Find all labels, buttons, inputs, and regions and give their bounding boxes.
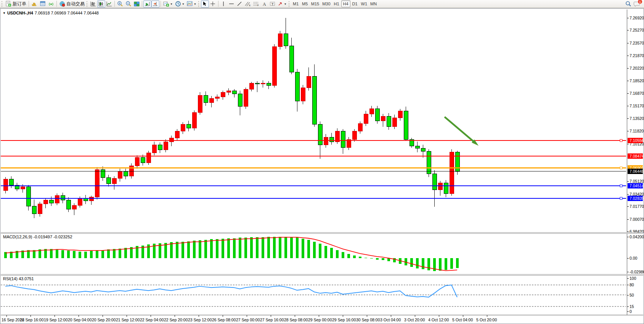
notifications-button[interactable]: 1 bbox=[634, 1, 640, 7]
trendline-icon bbox=[237, 1, 242, 6]
horizontal-line-button[interactable] bbox=[228, 0, 236, 8]
autotrading-button[interactable]: 自动交易 bbox=[58, 0, 86, 8]
timeframe-w1-button[interactable]: W1 bbox=[360, 0, 369, 7]
line-chart-icon bbox=[106, 1, 112, 7]
date-label[interactable]: 5 Oct 04:00 bbox=[452, 318, 473, 322]
zoom-out-button[interactable] bbox=[124, 0, 133, 8]
rsi-chart bbox=[1, 276, 626, 315]
toolbar-grip[interactable] bbox=[289, 1, 290, 7]
timeframe-m5-button[interactable]: M5 bbox=[300, 0, 310, 7]
timeframe-d1-button[interactable]: D1 bbox=[350, 0, 360, 7]
rsi-axis[interactable]: 1008050150 bbox=[627, 276, 643, 315]
date-label[interactable]: 22 Sep 04:00 bbox=[140, 318, 164, 322]
templates-button[interactable]: ▼ bbox=[186, 0, 198, 8]
date-label[interactable]: 30 Sep 08:00 bbox=[356, 318, 380, 322]
price-line-label: 7.04514 bbox=[628, 183, 643, 188]
navigator-button[interactable] bbox=[47, 0, 55, 8]
date-tick bbox=[151, 315, 151, 317]
equidistant-channel-button[interactable]: E bbox=[244, 0, 252, 8]
text-button[interactable]: A bbox=[260, 0, 268, 8]
date-tick bbox=[487, 315, 487, 317]
text-label-button[interactable]: T bbox=[268, 0, 276, 8]
date-label[interactable]: 26 Sep 08:00 bbox=[212, 318, 236, 322]
price-axis[interactable]: 7.269207.252707.235707.218707.202207.185… bbox=[627, 10, 643, 232]
date-label[interactable]: 29 Sep 00:00 bbox=[308, 318, 332, 322]
tile-windows-button[interactable] bbox=[133, 0, 141, 8]
channel-icon: E bbox=[245, 1, 251, 6]
date-label[interactable]: 27 Sep 16:00 bbox=[260, 318, 284, 322]
toolbar-grip[interactable] bbox=[2, 1, 3, 7]
candlestick-chart-button[interactable] bbox=[97, 0, 105, 8]
svg-text:E: E bbox=[249, 4, 251, 6]
date-label[interactable]: 29 Sep 16:00 bbox=[332, 318, 356, 322]
indicators-button[interactable]: ▼ bbox=[162, 0, 174, 8]
new-order-button[interactable]: 新订单 bbox=[4, 0, 27, 8]
date-tick bbox=[343, 315, 343, 317]
date-label[interactable]: 3 Oct 04:00 bbox=[380, 318, 401, 322]
date-label[interactable]: 4 Oct 12:00 bbox=[428, 318, 449, 322]
date-label[interactable]: 21 Sep 12:00 bbox=[116, 318, 140, 322]
date-label[interactable]: 28 Sep 08:00 bbox=[284, 318, 308, 322]
toolbar-grip[interactable] bbox=[198, 1, 199, 7]
price-tick bbox=[627, 68, 629, 69]
date-label[interactable]: 23 Sep 12:00 bbox=[188, 318, 212, 322]
line-chart-button[interactable] bbox=[105, 0, 113, 8]
price-tick bbox=[627, 43, 629, 43]
vertical-line-button[interactable] bbox=[220, 0, 228, 8]
timeframe-m15-button[interactable]: M15 bbox=[310, 0, 321, 7]
macd-tick bbox=[627, 272, 629, 272]
price-tick-label: 7.23570 bbox=[630, 41, 644, 45]
price-tick-label: 7.18520 bbox=[630, 78, 644, 83]
price-pane[interactable]: ▼ USDCNH-,H4 7.06918 7.06969 7.06444 7.0… bbox=[1, 10, 643, 232]
data-window-icon bbox=[40, 1, 46, 7]
date-label[interactable]: 20 Sep 20:00 bbox=[92, 318, 116, 322]
timeframe-mn-button[interactable]: MN bbox=[369, 0, 378, 7]
rsi-pane[interactable]: RSI(14) 43.0751 1008050150 bbox=[1, 276, 643, 315]
price-line-label: 7.02839 bbox=[628, 196, 643, 201]
price-tick bbox=[627, 131, 629, 131]
timeframe-m1-button[interactable]: M1 bbox=[291, 0, 300, 7]
chart-shift-button[interactable] bbox=[151, 0, 159, 8]
chevron-down-icon[interactable]: ▼ bbox=[3, 11, 6, 15]
macd-pane[interactable]: MACD(12,26,9) -0.019497 -0.023252 0.0420… bbox=[1, 234, 643, 274]
price-tick-label: 7.20220 bbox=[630, 66, 644, 70]
rsi-tick-label: 0 bbox=[630, 309, 632, 314]
date-label[interactable]: 3 Oct 20:00 bbox=[404, 318, 425, 322]
macd-axis[interactable]: 0.0420010.00-0.029864 bbox=[627, 234, 643, 274]
search-icon[interactable] bbox=[625, 1, 631, 7]
date-label[interactable]: 27 Sep 00:00 bbox=[236, 318, 260, 322]
autotrading-icon bbox=[59, 1, 65, 7]
text-label-icon: T bbox=[270, 1, 275, 6]
chart-shift-icon bbox=[153, 1, 158, 7]
date-label[interactable]: 20 Sep 04:00 bbox=[68, 318, 92, 322]
fibonacci-button[interactable]: F bbox=[252, 0, 260, 8]
macd-chart bbox=[1, 234, 626, 274]
arrows-button[interactable]: ▼ bbox=[276, 0, 288, 8]
crosshair-button[interactable] bbox=[209, 0, 217, 8]
price-tick-label: 7.26920 bbox=[630, 16, 644, 20]
price-tick bbox=[627, 194, 629, 195]
timeframe-m30-button[interactable]: M30 bbox=[321, 0, 332, 7]
data-window-button[interactable] bbox=[39, 0, 47, 8]
date-label[interactable]: 16 Sep 16:00 bbox=[20, 318, 43, 322]
timeframe-h4-button[interactable]: H4 bbox=[341, 0, 350, 7]
price-tick-label: 7.25270 bbox=[630, 28, 644, 32]
timeframe-h1-button[interactable]: H1 bbox=[332, 0, 341, 7]
auto-scroll-button[interactable] bbox=[143, 0, 151, 8]
bar-chart-button[interactable] bbox=[89, 0, 97, 8]
time-axis[interactable]: 16 Sep 202216 Sep 16:0019 Sep 12:0020 Se… bbox=[1, 315, 643, 323]
zoom-in-button[interactable] bbox=[116, 0, 124, 8]
periods-button[interactable]: ▼ bbox=[174, 0, 186, 8]
price-tick-label: 7.21870 bbox=[630, 53, 644, 58]
date-tick bbox=[6, 315, 7, 317]
cursor-button[interactable] bbox=[201, 0, 209, 8]
date-label[interactable]: 22 Sep 20:00 bbox=[164, 318, 188, 322]
trendline-button[interactable] bbox=[236, 0, 244, 8]
toolbar-grip[interactable] bbox=[87, 1, 88, 7]
text-icon: A bbox=[262, 1, 267, 6]
price-tick bbox=[627, 93, 629, 94]
date-label[interactable]: 19 Sep 12:00 bbox=[44, 318, 67, 322]
macd-tick bbox=[627, 258, 629, 259]
date-label[interactable]: 5 Oct 20:00 bbox=[476, 318, 497, 322]
quotes-button[interactable] bbox=[30, 0, 39, 8]
